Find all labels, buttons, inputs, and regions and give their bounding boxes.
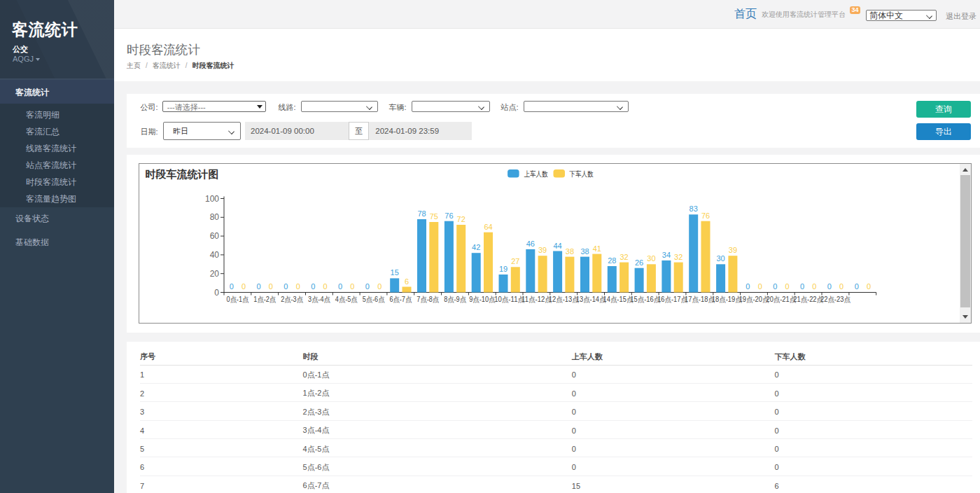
svg-text:27: 27: [511, 257, 519, 265]
svg-text:19: 19: [498, 265, 507, 273]
svg-text:42: 42: [472, 243, 480, 251]
svg-text:6: 6: [404, 277, 408, 286]
svg-text:39: 39: [538, 246, 546, 254]
svg-text:15点-16点: 15点-16点: [630, 295, 660, 303]
svg-text:64: 64: [484, 223, 492, 231]
svg-text:34: 34: [662, 251, 670, 259]
svg-text:9点-10点: 9点-10点: [469, 295, 496, 303]
svg-text:0: 0: [311, 282, 315, 291]
svg-text:32: 32: [620, 253, 628, 261]
svg-text:0: 0: [284, 282, 288, 291]
svg-text:72: 72: [456, 215, 465, 223]
svg-text:0: 0: [229, 282, 233, 291]
svg-text:11点-12点: 11点-12点: [522, 295, 552, 303]
svg-text:18点-19点: 18点-19点: [711, 295, 741, 303]
svg-text:0: 0: [268, 282, 272, 291]
svg-text:40: 40: [209, 250, 219, 260]
svg-text:14点-15点: 14点-15点: [603, 295, 633, 303]
svg-text:0: 0: [365, 282, 369, 291]
svg-text:30: 30: [716, 254, 724, 263]
svg-text:2点-3点: 2点-3点: [281, 295, 303, 303]
svg-text:0: 0: [295, 282, 300, 291]
svg-text:0: 0: [746, 282, 750, 291]
svg-text:4点-5点: 4点-5点: [335, 295, 357, 303]
svg-text:30: 30: [647, 254, 655, 263]
svg-text:0: 0: [866, 282, 870, 291]
svg-text:78: 78: [417, 209, 426, 218]
svg-text:22点-23点: 22点-23点: [820, 295, 850, 303]
svg-text:0: 0: [214, 288, 219, 298]
svg-text:44: 44: [553, 242, 561, 250]
svg-text:1点-2点: 1点-2点: [253, 295, 276, 303]
svg-text:0: 0: [812, 282, 816, 291]
svg-text:10点-11点: 10点-11点: [494, 295, 524, 303]
svg-text:7点-8点: 7点-8点: [416, 295, 439, 303]
svg-text:21点-22点: 21点-22点: [793, 295, 823, 303]
svg-text:5点-6点: 5点-6点: [362, 295, 384, 303]
svg-text:上车人数: 上车人数: [524, 169, 547, 178]
svg-text:32: 32: [674, 253, 682, 261]
svg-text:83: 83: [689, 204, 697, 213]
svg-text:60: 60: [209, 231, 219, 241]
svg-text:0: 0: [323, 282, 327, 291]
svg-text:39: 39: [728, 246, 736, 254]
svg-text:20: 20: [209, 269, 219, 279]
svg-text:17点-18点: 17点-18点: [685, 295, 715, 303]
svg-text:0: 0: [338, 282, 342, 291]
svg-text:16点-17点: 16点-17点: [657, 295, 687, 303]
svg-text:41: 41: [592, 244, 601, 253]
svg-text:19点-20点: 19点-20点: [738, 295, 769, 303]
svg-text:0: 0: [757, 282, 762, 291]
svg-text:0: 0: [839, 282, 844, 291]
svg-text:13点-14点: 13点-14点: [575, 295, 606, 303]
svg-text:12点-13点: 12点-13点: [548, 295, 578, 303]
svg-text:80: 80: [209, 212, 219, 222]
svg-text:76: 76: [701, 211, 709, 220]
svg-text:46: 46: [526, 239, 534, 248]
svg-text:0: 0: [854, 282, 858, 291]
svg-text:0: 0: [773, 282, 777, 291]
svg-text:下车人数: 下车人数: [568, 169, 593, 178]
svg-text:75: 75: [429, 212, 438, 221]
svg-text:0: 0: [241, 282, 246, 291]
svg-text:26: 26: [634, 258, 643, 267]
svg-text:15: 15: [390, 268, 398, 277]
svg-text:0点-1点: 0点-1点: [226, 295, 248, 303]
svg-text:0: 0: [350, 282, 354, 291]
svg-text:0: 0: [256, 282, 260, 291]
svg-text:76: 76: [444, 211, 453, 220]
svg-text:3点-4点: 3点-4点: [308, 295, 330, 303]
svg-text:38: 38: [565, 247, 573, 256]
svg-text:38: 38: [580, 247, 589, 256]
svg-text:0: 0: [785, 282, 789, 291]
svg-text:28: 28: [608, 256, 616, 265]
svg-text:0: 0: [827, 282, 831, 291]
svg-text:0: 0: [799, 282, 804, 291]
svg-text:6点-7点: 6点-7点: [389, 295, 412, 303]
svg-text:100: 100: [204, 194, 218, 204]
svg-text:8点-9点: 8点-9点: [444, 295, 466, 303]
svg-text:20点-21点: 20点-21点: [766, 295, 796, 303]
svg-text:0: 0: [377, 282, 382, 291]
